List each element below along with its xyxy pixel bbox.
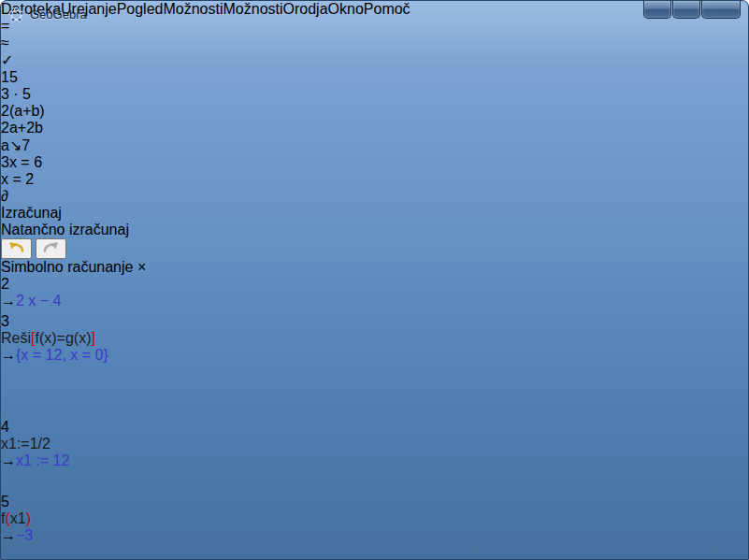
tool-expand-button[interactable]: 2(a+b)2a+2b — [1, 103, 748, 136]
tool-expand-glyph: 2(a+b)2a+2b — [1, 103, 748, 136]
redo-button[interactable] — [36, 238, 66, 259]
tool-top-line: 2(a+b) — [1, 103, 748, 120]
fraction-denominator: 2 — [61, 452, 69, 468]
tool-bottom-line: 7 — [22, 137, 30, 153]
cas-row-number[interactable]: 5 — [1, 494, 748, 510]
tool-top-line: 3x = 6 — [1, 154, 748, 171]
maximize-button[interactable] — [672, 1, 700, 19]
cas-row-4[interactable]: 4x1:=1/2→x1 := 12 — [1, 419, 748, 494]
tool-factor-glyph: 153 · 5 — [1, 69, 748, 103]
cas-row-number[interactable]: 3 — [1, 313, 748, 330]
fraction: 12 — [46, 347, 63, 363]
fraction: 12 — [53, 452, 70, 468]
cas-output-value: {x = 12, x = 0} — [16, 347, 108, 363]
cas-row-content[interactable]: Reši[f(x)=g(x)]→{x = 12, x = 0} — [1, 330, 748, 364]
tool-derivative-glyph: ∂ — [1, 188, 8, 204]
tool-keep-input-button[interactable]: ✓ — [1, 51, 748, 69]
output-arrow-icon: → — [1, 347, 16, 363]
toolbar-caption: Izračunaj Natančno izračunaj — [1, 205, 748, 238]
cas-row-content[interactable]: →2 x − 4 — [1, 293, 748, 309]
cas-output-line: →−3 — [1, 527, 748, 544]
cas-output-value: 2 x − 4 — [16, 293, 61, 309]
tool-factor-button[interactable]: 153 · 5 — [1, 69, 748, 103]
cas-input-expression: x1:=1/2 — [1, 436, 748, 452]
cas-row-3[interactable]: 3Reši[f(x)=g(x)]→{x = 12, x = 0} — [1, 313, 748, 419]
cas-view: Simbolno računanje × 2→2 x − 43Reši[f(x)… — [1, 259, 748, 560]
cas-row-number-text: 5 — [1, 494, 9, 510]
cas-row-content[interactable]: f(x1)→−3 — [1, 510, 748, 544]
cas-row-number-text: 3 — [1, 313, 9, 329]
cas-row-5[interactable]: 5f(x1)→−3 — [1, 494, 748, 559]
tool-bottom-line: 2a+2b — [1, 120, 748, 136]
tool-top-line: a — [1, 137, 9, 153]
cas-output-line: →x1 := 12 — [1, 452, 748, 469]
tool-numeric-glyph: ≈ — [1, 35, 9, 50]
titlebar[interactable]: GeoGebra — [1, 1, 748, 28]
cas-output-value: x1 := 12 — [16, 452, 69, 468]
output-arrow-icon: → — [1, 527, 16, 543]
tool-top-line: 15 — [1, 69, 748, 86]
geogebra-logo-icon — [7, 6, 25, 23]
cas-view-title: Simbolno računanje — [1, 259, 133, 275]
cas-view-header[interactable]: Simbolno računanje × — [1, 259, 748, 276]
tool-substitute-glyph: a↘7 — [1, 136, 748, 154]
output-arrow-icon: → — [1, 293, 16, 309]
cas-row-number[interactable]: 2 — [1, 276, 748, 293]
tool-solve-button[interactable]: 3x = 6x = 2 — [1, 154, 748, 188]
undo-button[interactable] — [1, 238, 32, 259]
cas-output-line: →{x = 12, x = 0} — [1, 347, 748, 364]
tool-substitute-button[interactable]: a↘7 — [1, 136, 748, 154]
redo-icon — [43, 241, 59, 253]
cas-input-expression: f(x1) — [1, 510, 748, 527]
cas-close-button[interactable]: × — [137, 259, 146, 275]
cas-row-content[interactable]: x1:=1/2→x1 := 12 — [1, 436, 748, 469]
window-title: GeoGebra — [30, 7, 87, 22]
minimize-button[interactable] — [643, 1, 671, 19]
cas-output-line: →2 x − 4 — [1, 293, 748, 309]
geogebra-window: GeoGebra DatotekaUrejanjePogledMožnostiM… — [0, 0, 749, 560]
arrow-down-right-icon: ↘ — [9, 137, 22, 153]
close-button[interactable] — [701, 1, 741, 19]
toolbar: =≈✓153 · 52(a+b)2a+2ba↘73x = 6x = 2∂ Izr… — [1, 18, 748, 259]
tool-numeric-button[interactable]: ≈ — [1, 35, 748, 51]
output-arrow-icon: → — [1, 452, 16, 468]
cas-row-number[interactable]: 4 — [1, 419, 748, 436]
cas-output-value: −3 — [16, 527, 33, 543]
tool-derivative-button[interactable]: ∂ — [1, 188, 748, 205]
cas-row-number-text: 4 — [1, 419, 9, 435]
cas-row-number-text: 2 — [1, 276, 9, 292]
tool-bottom-line: x = 2 — [1, 171, 748, 188]
tool-solve-glyph: 3x = 6x = 2 — [1, 154, 748, 188]
toolbar-caption-title: Izračunaj — [1, 205, 748, 222]
close-icon: × — [137, 259, 146, 275]
tool-bottom-line: 3 · 5 — [1, 86, 748, 103]
cas-input-expression: Reši[f(x)=g(x)] — [1, 330, 748, 347]
tool-keep-input-glyph: ✓ — [1, 52, 13, 68]
cas-row-2[interactable]: 2→2 x − 4 — [1, 276, 748, 313]
toolbar-caption-subtitle: Natančno izračunaj — [1, 222, 748, 238]
undo-icon — [8, 241, 24, 253]
